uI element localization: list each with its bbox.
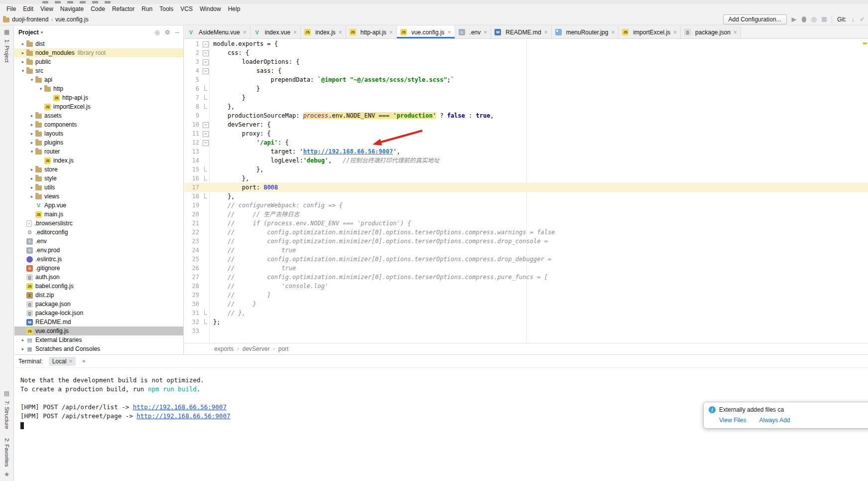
url-link[interactable]: http://192.168.66.56:9007 [303, 148, 393, 155]
tree-item-plugins[interactable]: ▸plugins [14, 138, 183, 147]
chevron-right-icon[interactable]: ▸ [28, 167, 35, 172]
code-line-18[interactable]: 18 }, [184, 192, 868, 201]
code-line-20[interactable]: 20 // // 生产去除日志 [184, 210, 868, 219]
menu-item-file[interactable]: File [3, 4, 19, 13]
tree-item-layouts[interactable]: ▸layouts [14, 129, 183, 138]
chevron-down-icon[interactable]: ▾ [28, 77, 35, 82]
code-line-27[interactable]: 27 // config.optimization.minimizer[0].o… [184, 273, 868, 282]
always-add-link[interactable]: Always Add [759, 417, 790, 424]
tree-item-public[interactable]: ▸public [14, 57, 183, 66]
menu-item-view[interactable]: View [37, 4, 57, 13]
fold-end-icon[interactable] [201, 192, 209, 201]
tree-item-router[interactable]: ▾router [14, 147, 183, 156]
code-line-29[interactable]: 29 // ] [184, 291, 868, 300]
tree-item-vue-config-js[interactable]: vue.config.js [14, 326, 183, 335]
tab-vue-config-js[interactable]: vue.config.js× [397, 26, 455, 38]
chevron-right-icon[interactable]: ▸ [28, 176, 35, 181]
project-tool-button[interactable]: 1: Project [4, 39, 10, 62]
code-line-1[interactable]: 1module.exports = { [184, 39, 868, 48]
stop-icon[interactable] [822, 17, 827, 22]
git-commit-icon[interactable]: ✓ [860, 16, 865, 22]
run-icon[interactable]: ▶ [792, 16, 797, 22]
tab-menurouter-jpg[interactable]: menuRouter.jpg× [552, 26, 619, 38]
chevron-right-icon[interactable]: ▸ [19, 41, 26, 46]
tab-index-js[interactable]: index.js× [301, 26, 346, 38]
fold-end-icon[interactable] [201, 165, 209, 174]
tree-item-importexcel-js[interactable]: importExcel.js [14, 102, 183, 111]
code-line-11[interactable]: 11 proxy: { [184, 129, 868, 138]
close-tab-icon[interactable]: × [293, 29, 297, 36]
tree-item-readme-md[interactable]: README.md [14, 318, 183, 326]
git-update-icon[interactable]: ↓ [852, 16, 855, 22]
chevron-right-icon[interactable]: ▸ [28, 185, 35, 190]
tree-item-assets[interactable]: ▸assets [14, 111, 183, 120]
tab-http-api-js[interactable]: http-api.js× [346, 26, 397, 38]
fold-start-icon[interactable] [201, 138, 209, 147]
tree-item-package-json[interactable]: package.json [14, 300, 183, 309]
code-breadcrumb-exports[interactable]: exports [214, 345, 234, 352]
structure-tool-icon[interactable]: ▤ [4, 390, 9, 397]
tree-item-gitignore[interactable]: .gitignore [14, 264, 183, 273]
menu-item-code[interactable]: Code [87, 4, 109, 13]
tree-item-views[interactable]: ▸views [14, 192, 183, 201]
chevron-down-icon[interactable]: ▾ [41, 30, 43, 35]
code-line-31[interactable]: 31 // }, [184, 309, 868, 318]
tree-item-babel-config-js[interactable]: babel.config.js [14, 282, 183, 291]
locate-file-icon[interactable]: ◎ [154, 29, 159, 36]
fold-start-icon[interactable] [201, 48, 209, 57]
chevron-down-icon[interactable]: ▾ [37, 86, 44, 91]
code-line-8[interactable]: 8 }, [184, 102, 868, 111]
code-breadcrumb-port[interactable]: port [278, 345, 289, 352]
chevron-right-icon[interactable]: ▸ [19, 50, 26, 55]
fold-start-icon[interactable] [201, 120, 209, 129]
code-line-19[interactable]: 19 // configureWebpack: config => { [184, 201, 868, 210]
menu-item-vcs[interactable]: VCS [177, 4, 196, 13]
code-line-5[interactable]: 5 prependData: `@import "~@/assets/scss/… [184, 75, 868, 84]
view-files-link[interactable]: View Files [719, 417, 746, 424]
favorites-tool-button[interactable]: 2: Favorites [4, 438, 10, 467]
close-tab-icon[interactable]: × [339, 29, 342, 36]
chevron-right-icon[interactable]: ▸ [19, 337, 26, 342]
code-line-9[interactable]: 9 productionSourceMap: process.env.NODE_… [184, 111, 868, 120]
code-line-23[interactable]: 23 // config.optimization.minimizer[0].o… [184, 237, 868, 246]
structure-tool-button[interactable]: 7: Structure [4, 401, 10, 429]
menu-item-run[interactable]: Run [138, 4, 156, 13]
close-tab-icon[interactable]: × [611, 29, 615, 36]
coverage-icon[interactable]: ◎ [811, 16, 817, 22]
menu-item-tools[interactable]: Tools [156, 4, 177, 13]
chevron-right-icon[interactable]: ▸ [19, 346, 26, 351]
code-line-10[interactable]: 10 devServer: { [184, 120, 868, 129]
code-line-25[interactable]: 25 // config.optimization.minimizer[0].o… [184, 255, 868, 264]
tree-item-scratches-and-consoles[interactable]: ▸Scratches and Consoles [14, 344, 183, 353]
tree-item-editorconfig[interactable]: .editorconfig [14, 228, 183, 237]
code-line-2[interactable]: 2 css: { [184, 48, 868, 57]
code-line-21[interactable]: 21 // if (process.env.NODE_ENV === 'prod… [184, 219, 868, 228]
tab-readme-md[interactable]: README.md× [491, 26, 551, 38]
chevron-right-icon[interactable]: ▸ [19, 59, 26, 64]
tree-item-index-js[interactable]: index.js [14, 156, 183, 165]
fold-end-icon[interactable] [201, 318, 209, 326]
tree-item-dist[interactable]: ▸dist [14, 39, 183, 48]
tree-item-auth-json[interactable]: auth.json [14, 273, 183, 282]
code-line-7[interactable]: 7 } [184, 93, 868, 102]
code-line-6[interactable]: 6 } [184, 84, 868, 93]
chevron-down-icon[interactable]: ▾ [28, 149, 35, 154]
breadcrumb-file[interactable]: vue.config.js [55, 16, 89, 23]
hide-panel-icon[interactable]: ─ [175, 29, 179, 36]
fold-end-icon[interactable] [201, 93, 209, 102]
new-terminal-icon[interactable]: + [82, 357, 86, 365]
tree-item-dist-zip[interactable]: dist.zip [14, 291, 183, 300]
tree-item-eslintrc-js[interactable]: .eslintrc.js [14, 255, 183, 264]
close-tab-icon[interactable]: × [673, 29, 677, 36]
debug-icon[interactable] [802, 16, 806, 22]
close-tab-icon[interactable]: × [734, 29, 737, 36]
menu-item-help[interactable]: Help [225, 4, 244, 13]
tree-item-components[interactable]: ▸components [14, 120, 183, 129]
fold-end-icon[interactable] [201, 102, 209, 111]
add-configuration-button[interactable]: Add Configuration... [723, 14, 787, 24]
chevron-right-icon[interactable]: ▸ [28, 140, 35, 145]
fold-start-icon[interactable] [201, 57, 209, 66]
code-breadcrumb-devserver[interactable]: devServer [243, 345, 270, 352]
tree-item-env[interactable]: .env [14, 237, 183, 246]
menu-item-navigate[interactable]: Navigate [57, 4, 87, 13]
